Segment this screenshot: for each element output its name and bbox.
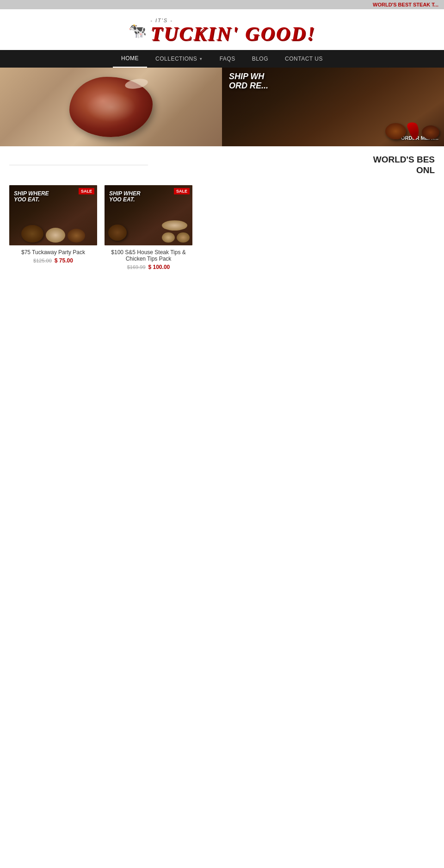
nav-home[interactable]: HOME [113,50,147,68]
logo[interactable]: 🐄 - IT'S - TUCKIN' GOOD! [128,18,316,44]
price-sale: $ 100.00 [148,264,170,270]
sale-badge: SALE [79,188,94,194]
hero-banner-left[interactable]: ORDER STEAKS ONLINE [0,68,222,146]
chicken-item-1 [162,220,187,231]
price-sale: $ 75.00 [55,257,73,264]
product-title: $100 S&5 House Steak Tips & Chicken Tips… [105,249,192,262]
logo-brand: TUCKIN' GOOD! [150,24,316,44]
site-header: 🐄 - IT'S - TUCKIN' GOOD! [0,9,444,50]
products-grid: SHIP WHEREYOO EAT. SALE $75 Tuckaway Par… [9,185,435,270]
pepper-decor [406,120,422,140]
steak-tip-item [108,225,127,241]
nav-collections[interactable]: COLLECTIONS ▼ [147,50,211,68]
ship-text-right: SHIP WHORD RE... [229,72,268,91]
nav-collections-label: COLLECTIONS [155,56,197,62]
right-banner-content: SHIP WHORD RE... ORDER MEAT... [222,68,444,146]
chicken-item-2 [162,232,175,243]
announcement-bar: WORLD'S BEST STEAK T... [0,0,444,9]
product-card[interactable]: SHIP WHEREYOO EAT. SALE $75 Tuckaway Par… [9,185,97,270]
product-ship-text: SHIP WHERYOO EAT. [109,191,141,203]
nav-blog[interactable]: BLOG [244,50,277,68]
announcement-link[interactable]: WORLD'S BEST STEAK T... [373,2,438,7]
food-item-2 [46,228,65,243]
meat-decor-1 [385,123,406,139]
steak-shape [69,77,153,137]
cow-icon: 🐄 [128,22,147,39]
steak-image [0,68,222,146]
dropdown-arrow-icon: ▼ [199,57,203,61]
hero-banner-right[interactable]: SHIP WHORD RE... ORDER MEAT... [222,68,444,146]
nav-faqs[interactable]: FAQS [211,50,244,68]
tagline-section: WORLD'S BES ONL [0,146,444,181]
product-prices: $125.00 $ 75.00 [9,257,97,264]
product-prices: $169.99 $ 100.00 [105,264,192,270]
product-image-wrap: SHIP WHEREYOO EAT. SALE [9,185,97,245]
product-ship-text: SHIP WHEREYOO EAT. [14,191,49,203]
main-nav: HOME COLLECTIONS ▼ FAQS BLOG CONTACT US [0,50,444,68]
products-section: SHIP WHEREYOO EAT. SALE $75 Tuckaway Par… [0,181,444,284]
product-card[interactable]: SHIP WHERYOO EAT. SALE $100 S&5 House St… [105,185,192,270]
world-best-tagline: WORLD'S BES ONL [155,155,435,176]
hero-row: ORDER STEAKS ONLINE SHIP WHORD RE... ORD… [0,68,444,146]
nav-contact[interactable]: CONTACT US [277,50,331,68]
price-original: $125.00 [33,258,52,263]
logo-its: - IT'S - [150,18,316,23]
chicken-item-3 [177,232,190,243]
price-original: $169.99 [127,264,146,270]
divider-line [9,165,148,165]
main-content: ORDER STEAKS ONLINE SHIP WHORD RE... ORD… [0,68,444,840]
product-title: $75 Tuckaway Party Pack [9,249,97,256]
sale-badge: SALE [174,188,190,194]
food-item-1 [21,225,43,243]
product-image-wrap: SHIP WHERYOO EAT. SALE [105,185,192,245]
meat-decor-2 [422,125,439,139]
footer-space [0,284,444,840]
food-item-3 [68,229,85,243]
